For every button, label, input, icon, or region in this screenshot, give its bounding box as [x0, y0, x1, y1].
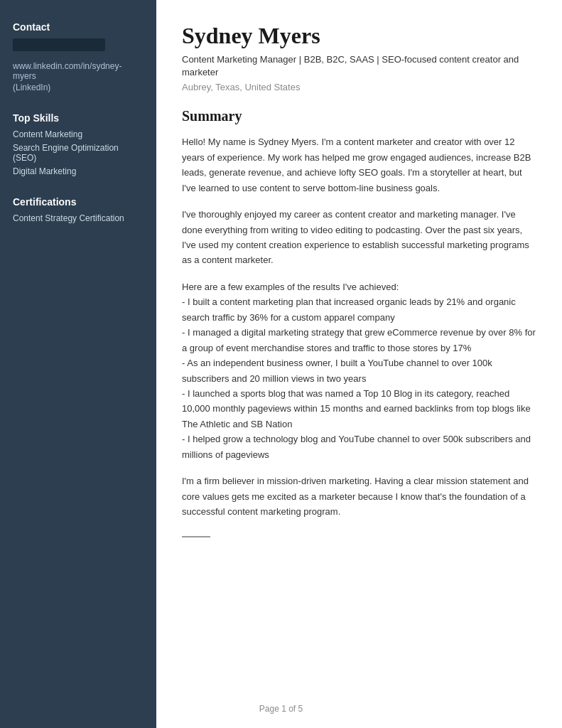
resume-page: Contact www.linkedin.com/in/sydney-myers…	[0, 0, 562, 728]
certification-1: Content Strategy Certification	[13, 213, 144, 223]
redacted-name-bar	[13, 38, 105, 51]
page-footer: Page 1 of 5	[0, 704, 562, 714]
candidate-name: Sydney Myers	[182, 23, 536, 49]
linkedin-url[interactable]: www.linkedin.com/in/sydney-myers	[13, 61, 144, 81]
sidebar: Contact www.linkedin.com/in/sydney-myers…	[0, 0, 156, 728]
location: Aubrey, Texas, United States	[182, 82, 536, 92]
skill-2: Search Engine Optimization (SEO)	[13, 143, 144, 163]
top-skills-section-title: Top Skills	[13, 112, 144, 124]
skill-1: Content Marketing	[13, 129, 144, 139]
page-number: Page 1 of 5	[259, 704, 303, 714]
summary-paragraph-1: Hello! My name is Sydney Myers. I'm a co…	[182, 134, 536, 196]
certifications-section-title: Certifications	[13, 196, 144, 208]
main-content: Sydney Myers Content Marketing Manager |…	[156, 0, 562, 728]
job-title: Content Marketing Manager | B2B, B2C, SA…	[182, 53, 536, 79]
summary-paragraph-3: Here are a few examples of the results I…	[182, 279, 536, 462]
summary-paragraph-2: I've thoroughly enjoyed my career as con…	[182, 207, 536, 268]
summary-heading: Summary	[182, 108, 536, 124]
linkedin-label: (LinkedIn)	[13, 82, 144, 92]
summary-paragraph-4: I'm a firm believer in mission-driven ma…	[182, 473, 536, 519]
skill-3: Digital Marketing	[13, 166, 144, 176]
section-divider	[182, 536, 210, 537]
contact-section-title: Contact	[13, 21, 144, 33]
